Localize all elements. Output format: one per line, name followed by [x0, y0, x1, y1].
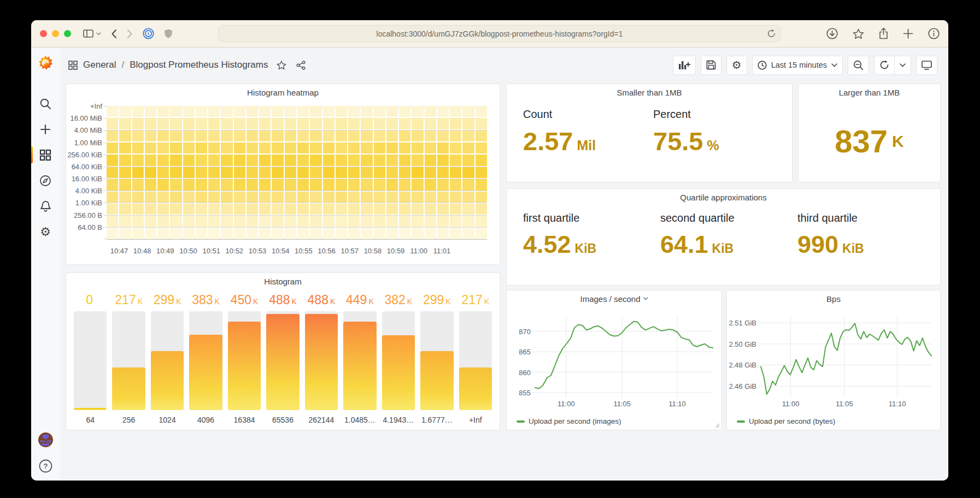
heatmap-cell: [183, 167, 195, 178]
heatmap-cell: [336, 228, 347, 239]
heatmap-cell: [119, 131, 131, 141]
dashboard-settings-button[interactable]: ⚙: [726, 56, 747, 75]
heatmap-cell: [450, 192, 461, 203]
bar-track: [112, 311, 145, 410]
heatmap-cell: [107, 106, 118, 117]
panel-menu-caret-icon[interactable]: [643, 297, 648, 300]
address-bar[interactable]: localhost:3000/d/umGJ7zGGk/blogpost-prom…: [218, 25, 781, 42]
heatmap-cell: [323, 167, 335, 178]
heatmap-cell: [247, 118, 258, 129]
heatmap-cell: [310, 204, 321, 215]
y-axis: 2.46 GiB2.48 GiB2.50 GiB2.51 GiB: [727, 316, 756, 398]
heatmap-cell: [145, 143, 156, 153]
heatmap-cell: [437, 179, 449, 190]
page-info-icon[interactable]: [928, 28, 940, 39]
favorite-star-icon[interactable]: [277, 61, 286, 70]
tv-mode-button[interactable]: [916, 56, 937, 75]
x-axis: 11:0011:0511:10: [535, 400, 713, 410]
heatmap-cell: [386, 155, 398, 165]
heatmap-cell: [157, 155, 169, 165]
grafana-logo[interactable]: [37, 55, 54, 71]
heatmap-cell: [119, 106, 131, 117]
add-panel-button[interactable]: [673, 56, 696, 75]
stat-value: 64.1KiB: [660, 232, 797, 257]
panel-title[interactable]: Histogram heatmap: [66, 84, 500, 100]
sidebar-item-alerting[interactable]: [31, 193, 60, 219]
y-axis-label: 2.50 GiB: [729, 340, 756, 348]
refresh-button[interactable]: [874, 56, 895, 75]
forward-button[interactable]: [127, 29, 133, 39]
sidebar-item-create[interactable]: [31, 116, 60, 142]
panel-resize-handle[interactable]: [715, 423, 720, 428]
dashboard-title[interactable]: Blogpost Prometheus Histograms: [130, 60, 268, 70]
sidebar-item-configuration[interactable]: ⚙: [31, 219, 60, 245]
new-tab-icon[interactable]: [903, 28, 913, 39]
heatmap-cell: [297, 143, 309, 153]
close-window-button[interactable]: [40, 30, 47, 37]
panel-title[interactable]: Bps: [727, 290, 940, 307]
bookmarks-star-icon[interactable]: [853, 28, 864, 39]
y-axis-label: 4.00 MiB: [74, 126, 102, 134]
line-chart-plot: [535, 316, 713, 398]
breadcrumb: General / Blogpost Prometheus Histograms: [68, 60, 306, 70]
heatmap-cell: [348, 143, 360, 153]
minimize-window-button[interactable]: [52, 30, 59, 37]
heatmap-cell: [297, 167, 309, 178]
heatmap-cell: [374, 143, 385, 153]
time-range-picker[interactable]: Last 15 minutes: [752, 56, 843, 75]
heatmap-cell: [462, 216, 474, 227]
save-dashboard-button[interactable]: [701, 56, 721, 75]
heatmap-cell: [183, 106, 195, 117]
heatmap-cell: [476, 228, 487, 239]
panel-title[interactable]: Larger than 1MB: [799, 84, 940, 100]
zoom-window-button[interactable]: [64, 30, 71, 37]
back-button[interactable]: [111, 29, 117, 39]
bar-track: [343, 311, 376, 410]
heatmap-cell: [208, 204, 220, 215]
heatmap-cell: [462, 204, 474, 215]
panel-title[interactable]: Histogram: [66, 273, 500, 289]
heatmap-cell: [132, 192, 144, 203]
bar-fill: [266, 314, 299, 410]
reload-icon[interactable]: [767, 29, 776, 38]
y-axis-label: 64.00 B: [78, 223, 102, 231]
bar-fill: [228, 322, 261, 410]
user-avatar[interactable]: [38, 432, 53, 447]
heatmap-cell: [361, 167, 372, 178]
panel-title[interactable]: Quartile approximations: [507, 189, 940, 205]
heatmap-cell: [336, 143, 347, 153]
sidebar-item-dashboards[interactable]: [31, 142, 60, 168]
y-axis-label: 2.48 GiB: [729, 361, 756, 369]
password-extension-icon[interactable]: [143, 28, 154, 39]
bar-fill: [420, 351, 453, 410]
heatmap-cell: [348, 192, 360, 203]
downloads-icon[interactable]: [826, 28, 838, 39]
legend-item[interactable]: Upload per second (bytes): [737, 417, 835, 425]
help-icon[interactable]: ?: [39, 459, 52, 473]
refresh-interval-dropdown[interactable]: [895, 56, 911, 75]
share-dashboard-icon[interactable]: [296, 61, 306, 70]
heatmap-cell: [259, 118, 271, 129]
sidebar-item-search[interactable]: [31, 91, 60, 116]
heatmap-cell: [361, 216, 372, 227]
y-axis-label: 256.00 KiB: [67, 150, 102, 158]
shield-extension-icon[interactable]: [164, 28, 173, 39]
heatmap-cell: [399, 106, 410, 117]
legend-item[interactable]: Upload per second (images): [517, 417, 621, 425]
heatmap-cell: [425, 228, 436, 239]
heatmap-cell: [196, 216, 207, 227]
share-icon[interactable]: [879, 28, 888, 39]
y-axis-label: 855: [519, 389, 531, 397]
zoom-out-button[interactable]: [848, 56, 869, 75]
breadcrumb-folder[interactable]: General: [83, 60, 116, 70]
sidebar-item-explore[interactable]: [31, 168, 60, 193]
legend-swatch: [517, 420, 525, 423]
bar-category-label: 16384: [228, 410, 261, 424]
sidebar-toggle-icon[interactable]: [83, 29, 101, 38]
heatmap-cell: [399, 204, 410, 215]
heatmap-cell: [107, 167, 118, 178]
heatmap-cell: [196, 131, 207, 141]
heatmap-cell: [247, 204, 258, 215]
panel-title[interactable]: Smaller than 1MB: [507, 84, 792, 100]
panel-title[interactable]: Images / second: [507, 290, 721, 307]
